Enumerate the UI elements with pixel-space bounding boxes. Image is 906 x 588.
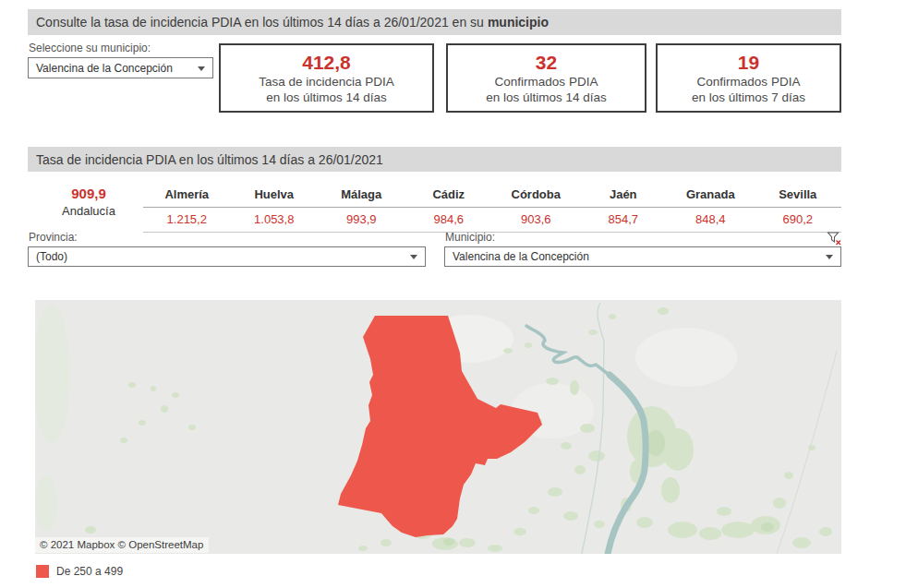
- kpi-caption-line1: Tasa de incidencia PDIA: [259, 75, 393, 90]
- kpi-caption-line2: en los últimos 7 días: [692, 90, 805, 106]
- province-value: 854,7: [580, 208, 668, 232]
- kpi-value: 19: [738, 51, 759, 75]
- province-table: Almería Huelva Málaga Cádiz Córdoba Jaén…: [143, 183, 841, 233]
- map-canvas[interactable]: © 2021 Mapbox © OpenStreetMap: [35, 300, 841, 554]
- province-header: Huelva: [231, 183, 319, 207]
- kpi-caption-line1: Confirmados PDIA: [495, 75, 598, 90]
- provincia-filter-value: (Todo): [36, 250, 67, 263]
- province-value: 984,6: [405, 208, 493, 232]
- main-title-text: Consulte la tasa de incidencia PDIA en l…: [36, 15, 484, 30]
- province-header-row: Almería Huelva Málaga Cádiz Córdoba Jaén…: [143, 183, 841, 208]
- municipio-filter-label: Municipio:: [445, 231, 495, 244]
- main-title-bold: municipio: [488, 15, 549, 30]
- province-header: Cádiz: [405, 183, 493, 207]
- kpi-card-confirmed-7d: 19 Confirmados PDIA en los últimos 7 día…: [656, 43, 841, 113]
- region-name: Andalucía: [37, 204, 140, 218]
- kpi-value: 32: [536, 51, 557, 75]
- kpi-caption-line1: Confirmados PDIA: [697, 75, 801, 90]
- region-summary: 909,9 Andalucía: [37, 186, 140, 218]
- province-values-row: 1.215,2 1.053,8 993,9 984,6 903,6 854,7 …: [143, 208, 841, 233]
- province-header: Jaén: [580, 183, 668, 207]
- province-header: Almería: [143, 183, 231, 207]
- kpi-caption-line2: en los últimos 14 días: [486, 90, 607, 106]
- map-attribution[interactable]: © 2021 Mapbox © OpenStreetMap: [35, 537, 209, 553]
- chevron-down-icon: [410, 255, 417, 259]
- province-value: 1.053,8: [231, 208, 319, 232]
- province-value: 993,9: [318, 208, 405, 232]
- kpi-caption-line2: en los últimos 14 días: [266, 90, 387, 106]
- municipio-selector-label: Seleccione su municipio:: [29, 42, 151, 54]
- dashboard-page: Consulte la tasa de incidencia PDIA en l…: [0, 0, 906, 588]
- chevron-down-icon: [198, 66, 205, 71]
- municipio-filter-dropdown[interactable]: Valencina de la Concepción: [444, 246, 841, 267]
- map-legend: De 250 a 499: [36, 565, 123, 578]
- municipio-selector-value: Valencina de la Concepción: [36, 62, 173, 75]
- map-graphic: [35, 300, 841, 554]
- main-title-bar: Consulte la tasa de incidencia PDIA en l…: [28, 9, 841, 35]
- municipio-selector-dropdown[interactable]: Valencina de la Concepción: [28, 57, 213, 78]
- legend-swatch: [36, 565, 49, 578]
- province-value: 848,4: [667, 208, 755, 232]
- section2-title-text: Tasa de incidencia PDIA en los últimos 1…: [36, 152, 383, 167]
- legend-label: De 250 a 499: [56, 565, 123, 578]
- province-value: 690,2: [755, 208, 842, 232]
- kpi-card-incidence-14d: 412,8 Tasa de incidencia PDIA en los últ…: [219, 43, 434, 113]
- municipio-filter-value: Valencina de la Concepción: [453, 250, 589, 263]
- province-header: Málaga: [318, 183, 405, 207]
- province-header: Sevilla: [755, 183, 842, 207]
- chevron-down-icon: [826, 255, 833, 259]
- region-value: 909,9: [37, 186, 140, 201]
- provincia-filter-label: Provincia:: [29, 231, 78, 244]
- province-value: 903,6: [492, 208, 580, 232]
- section2-title-bar: Tasa de incidencia PDIA en los últimos 1…: [28, 147, 841, 172]
- kpi-value: 412,8: [302, 51, 351, 75]
- province-value: 1.215,2: [143, 208, 231, 232]
- province-header: Granada: [667, 183, 755, 207]
- clear-filter-icon[interactable]: [827, 232, 841, 246]
- province-header: Córdoba: [492, 183, 580, 207]
- provincia-filter-dropdown[interactable]: (Todo): [28, 246, 426, 267]
- kpi-card-confirmed-14d: 32 Confirmados PDIA en los últimos 14 dí…: [446, 43, 646, 113]
